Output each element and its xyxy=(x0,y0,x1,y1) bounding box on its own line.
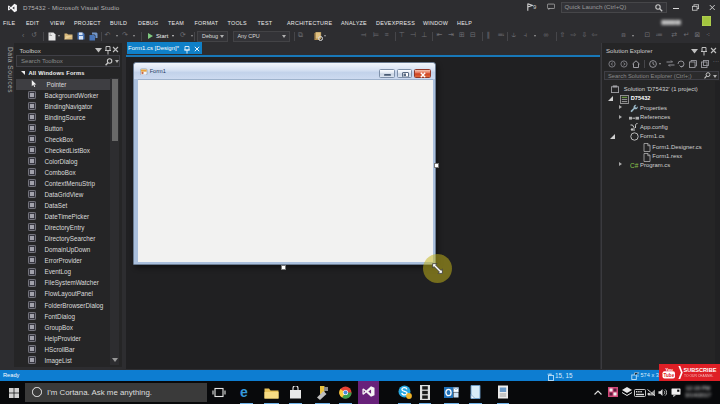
svg-text:C#: C# xyxy=(630,161,639,168)
svg-text:Tube: Tube xyxy=(663,372,674,377)
svg-text:You: You xyxy=(665,366,673,371)
